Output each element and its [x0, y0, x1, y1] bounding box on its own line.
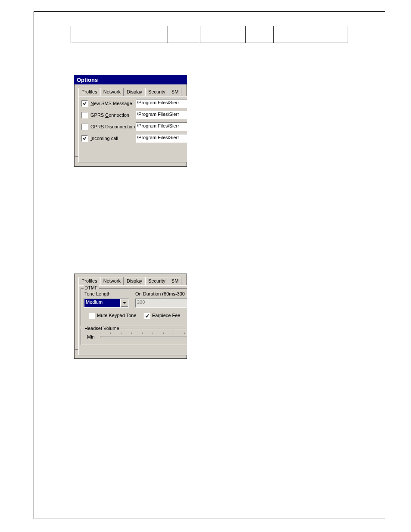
label-gprs-disc: GPRS Disconnection	[90, 124, 135, 129]
legend-dtmf: DTMF	[84, 285, 99, 290]
label-on-duration: On Duration (80ms-300	[135, 291, 185, 296]
path-incoming-call[interactable]: \Program Files\Sierr	[136, 134, 187, 143]
tab-display[interactable]: Display	[124, 88, 145, 96]
header-cells	[71, 26, 348, 43]
tab-network[interactable]: Network	[100, 88, 124, 96]
slider-track	[100, 336, 187, 338]
checkbox-gprs-disc[interactable]	[81, 124, 88, 130]
row-gprs-conn: GPRS Connection \Program Files\Sierr	[81, 111, 187, 119]
tab2-network[interactable]: Network	[100, 277, 124, 285]
label-gprs-conn: GPRS Connection	[90, 112, 129, 118]
sounds-tabstrip: Profiles Network Display Security SM	[78, 277, 181, 285]
row-incoming-call: Incoming call \Program Files\Sierr	[81, 134, 187, 143]
tab-profiles[interactable]: Profiles	[78, 88, 100, 96]
cell-1	[71, 26, 168, 43]
sounds-dialog-screenshot: Profiles Network Display Security SM DTM…	[74, 274, 187, 359]
path-gprs-conn[interactable]: \Program Files\Sierr	[136, 111, 187, 119]
path-new-sms[interactable]: \Program Files\Sierr	[136, 99, 187, 108]
dropdown-tone-length-value: Medium	[84, 299, 120, 307]
options-dialog-screenshot: Options Profiles Network Display Securit…	[74, 75, 187, 167]
tab2-profiles[interactable]: Profiles	[78, 277, 100, 285]
label-incoming-call: Incoming call	[90, 136, 118, 141]
path-gprs-disc[interactable]: \Program Files\Sierr	[136, 122, 187, 131]
checkbox-new-sms[interactable]	[81, 100, 88, 107]
cell-5	[274, 26, 348, 43]
sounds-tab-body: DTMF Tone Length On Duration (80ms-300 M…	[78, 285, 187, 355]
cell-4	[246, 26, 274, 43]
checkbox-earpiece-feedback[interactable]	[144, 313, 150, 319]
group-dtmf: DTMF Tone Length On Duration (80ms-300 M…	[81, 288, 187, 326]
tab2-security[interactable]: Security	[145, 277, 168, 285]
options-titlebar: Options	[74, 75, 187, 84]
options-tabstrip: Profiles Network Display Security SM	[78, 88, 181, 96]
row-gprs-disc: GPRS Disconnection \Program Files\Sierr	[81, 122, 187, 131]
legend-headset-volume: Headset Volume	[84, 326, 120, 331]
options-tab-body: New SMS Message \Program Files\Sierr GPR…	[78, 96, 187, 162]
options-title: Options	[77, 77, 98, 83]
dropdown-tone-length[interactable]: Medium	[84, 298, 129, 308]
slider-headset-volume[interactable]	[100, 333, 187, 339]
chevron-down-icon[interactable]	[121, 299, 128, 307]
cell-3	[200, 26, 246, 43]
check-icon	[145, 314, 149, 318]
option-earpiece-feedback[interactable]: Earpiece Fee	[144, 313, 180, 319]
option-mute-keypad[interactable]: Mute Keypad Tone	[89, 313, 137, 319]
cell-2	[168, 26, 200, 43]
checkbox-incoming-call[interactable]	[81, 135, 88, 142]
check-icon	[82, 101, 87, 106]
check-icon	[82, 136, 87, 141]
tab2-display[interactable]: Display	[124, 277, 145, 285]
tab-sm[interactable]: SM	[168, 88, 182, 96]
row-new-sms: New SMS Message \Program Files\Sierr	[81, 99, 187, 108]
checkbox-mute-keypad[interactable]	[89, 313, 95, 319]
input-on-duration[interactable]: 200	[135, 299, 187, 308]
group-headset-volume: Headset Volume Min	[81, 329, 187, 345]
tab-security[interactable]: Security	[145, 88, 168, 96]
checkbox-gprs-conn[interactable]	[81, 112, 88, 118]
label-tone-length: Tone Length	[84, 291, 111, 296]
label-new-sms: New SMS Message	[90, 101, 132, 106]
label-min: Min	[87, 334, 95, 339]
slider-ticks	[100, 333, 187, 335]
tab2-sm[interactable]: SM	[168, 277, 182, 285]
